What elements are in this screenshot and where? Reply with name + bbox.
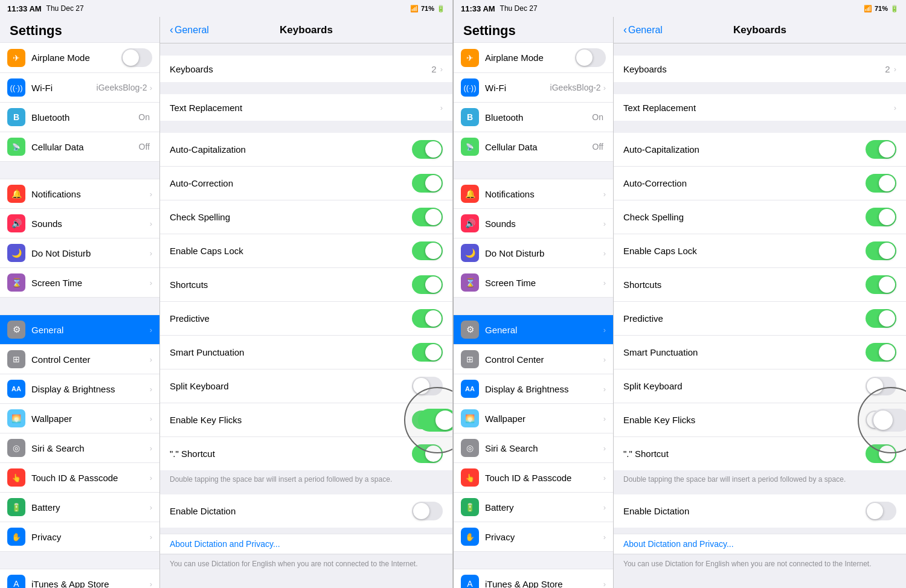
enable-dictation-row-1[interactable]: Enable Dictation: [160, 494, 452, 528]
auto-correct-toggle-2[interactable]: [866, 174, 896, 193]
shortcuts-toggle-1[interactable]: [412, 275, 443, 294]
smart-punct-toggle-2[interactable]: [866, 343, 896, 362]
predictive-toggle-1[interactable]: [412, 309, 443, 328]
text-replacement-row-2[interactable]: Text Replacement ›: [614, 94, 906, 121]
battery-chevron-2: ›: [603, 503, 606, 512]
check-spelling-toggle-1[interactable]: [412, 208, 443, 226]
key-flicks-toggle-1[interactable]: [412, 411, 443, 429]
airplane-toggle-2[interactable]: [575, 48, 606, 67]
dnd-icon-2: 🌙: [461, 244, 479, 262]
period-shortcut-row-2[interactable]: "." Shortcut: [614, 437, 906, 470]
sidebar-item-sounds-2[interactable]: 🔊 Sounds ›: [454, 209, 613, 238]
text-replacement-row-1[interactable]: Text Replacement ›: [160, 94, 452, 121]
auto-correct-row-2[interactable]: Auto-Correction: [614, 167, 906, 200]
sidebar-item-controlcenter-2[interactable]: ⊞ Control Center ›: [454, 345, 613, 374]
sidebar-item-wallpaper-2[interactable]: 🌅 Wallpaper ›: [454, 404, 613, 433]
detail-scroll-2[interactable]: Keyboards 2 › Text Replacement ›: [614, 43, 906, 588]
sidebar-item-cellular-2[interactable]: 📡 Cellular Data Off: [454, 132, 613, 162]
sidebar-item-itunes-2[interactable]: A iTunes & App Store ›: [454, 569, 613, 588]
sidebar-item-touchid-2[interactable]: 👆 Touch ID & Passcode ›: [454, 463, 613, 493]
shortcuts-row-2[interactable]: Shortcuts: [614, 268, 906, 302]
sidebar-item-display-2[interactable]: AA Display & Brightness ›: [454, 374, 613, 404]
wallpaper-icon-2: 🌅: [461, 409, 479, 427]
sidebar-item-wifi-1[interactable]: ((·)) Wi-Fi iGeeksBlog-2 ›: [0, 73, 159, 103]
text-replacement-label-2: Text Replacement: [623, 103, 894, 113]
sidebar-2: Settings ✈ Airplane Mode ((·)) Wi-Fi iGe…: [454, 17, 614, 588]
sidebar-item-airplane-1[interactable]: ✈ Airplane Mode: [0, 42, 159, 73]
airplane-toggle-1[interactable]: [121, 48, 152, 67]
sidebar-item-airplane-2[interactable]: ✈ Airplane Mode: [454, 42, 613, 73]
toggles-section-2: Auto-Capitalization Auto-Correction Chec…: [614, 133, 906, 488]
sidebar-item-siri-1[interactable]: ◎ Siri & Search ›: [0, 433, 159, 463]
shortcuts-toggle-2[interactable]: [866, 275, 896, 294]
check-spelling-toggle-2[interactable]: [866, 208, 896, 226]
caps-lock-toggle-2[interactable]: [866, 241, 896, 260]
auto-correct-toggle-1[interactable]: [412, 174, 443, 193]
period-shortcut-toggle-2[interactable]: [866, 444, 896, 463]
sidebar-item-notifications-2[interactable]: 🔔 Notifications ›: [454, 179, 613, 209]
dictation-link-1[interactable]: About Dictation and Privacy...: [160, 534, 452, 554]
split-keyboard-toggle-2[interactable]: [866, 377, 896, 395]
auto-cap-toggle-1[interactable]: [412, 140, 443, 159]
sidebar-item-bluetooth-2[interactable]: B Bluetooth On: [454, 103, 613, 132]
predictive-row-2[interactable]: Predictive: [614, 302, 906, 336]
keyboards-row-2[interactable]: Keyboards 2 ›: [614, 56, 906, 82]
smart-punct-toggle-1[interactable]: [412, 343, 443, 362]
sidebar-item-itunes-1[interactable]: A iTunes & App Store ›: [0, 569, 159, 588]
predictive-toggle-2[interactable]: [866, 309, 896, 328]
sidebar-item-dnd-2[interactable]: 🌙 Do Not Disturb ›: [454, 238, 613, 268]
caps-lock-row-2[interactable]: Enable Caps Lock: [614, 234, 906, 268]
keyboards-section-1: Keyboards 2 ›: [160, 56, 452, 82]
sidebar-item-dnd-1[interactable]: 🌙 Do Not Disturb ›: [0, 238, 159, 268]
sidebar-item-screentime-2[interactable]: ⌛ Screen Time ›: [454, 268, 613, 298]
sidebar-item-battery-1[interactable]: 🔋 Battery ›: [0, 493, 159, 522]
sidebar-item-notifications-1[interactable]: 🔔 Notifications ›: [0, 179, 159, 209]
sidebar-item-wifi-2[interactable]: ((·)) Wi-Fi iGeeksBlog-2 ›: [454, 73, 613, 103]
sidebar-item-general-1[interactable]: ⚙ General ›: [0, 315, 159, 345]
detail-back-2[interactable]: ‹ General: [623, 24, 663, 36]
auto-cap-row-1[interactable]: Auto-Capitalization: [160, 133, 452, 167]
sidebar-item-wallpaper-1[interactable]: 🌅 Wallpaper ›: [0, 404, 159, 433]
sidebar-item-screentime-1[interactable]: ⌛ Screen Time ›: [0, 268, 159, 298]
keyboards-row-1[interactable]: Keyboards 2 ›: [160, 56, 452, 82]
period-shortcut-row-1[interactable]: "." Shortcut: [160, 437, 452, 470]
shortcuts-row-1[interactable]: Shortcuts: [160, 268, 452, 302]
sidebar-item-cellular-1[interactable]: 📡 Cellular Data Off: [0, 132, 159, 162]
smart-punct-row-2[interactable]: Smart Punctuation: [614, 336, 906, 369]
auto-cap-toggle-2[interactable]: [866, 140, 896, 159]
split-keyboard-row-1[interactable]: Split Keyboard: [160, 369, 452, 403]
enable-dictation-row-2[interactable]: Enable Dictation: [614, 494, 906, 528]
split-keyboard-row-2[interactable]: Split Keyboard: [614, 369, 906, 403]
caps-lock-row-1[interactable]: Enable Caps Lock: [160, 234, 452, 268]
detail-back-1[interactable]: ‹ General: [170, 24, 209, 36]
check-spelling-row-2[interactable]: Check Spelling: [614, 200, 906, 234]
sidebar-item-privacy-2[interactable]: ✋ Privacy ›: [454, 522, 613, 552]
key-flicks-row-2[interactable]: Enable Key Flicks: [614, 403, 906, 437]
enable-dictation-toggle-1[interactable]: [412, 502, 443, 520]
sidebar-item-touchid-1[interactable]: 👆 Touch ID & Passcode ›: [0, 463, 159, 493]
sidebar-item-siri-2[interactable]: ◎ Siri & Search ›: [454, 433, 613, 463]
notifications-label-1: Notifications: [31, 189, 150, 199]
sidebar-item-battery-2[interactable]: 🔋 Battery ›: [454, 493, 613, 522]
sidebar-item-bluetooth-1[interactable]: B Bluetooth On: [0, 103, 159, 132]
sidebar-item-privacy-1[interactable]: ✋ Privacy ›: [0, 522, 159, 552]
detail-scroll-1[interactable]: Keyboards 2 › Text Replacement ›: [160, 43, 452, 588]
sidebar-item-display-1[interactable]: AA Display & Brightness ›: [0, 374, 159, 404]
check-spelling-row-1[interactable]: Check Spelling: [160, 200, 452, 234]
auto-cap-row-2[interactable]: Auto-Capitalization: [614, 133, 906, 167]
dictation-link-2[interactable]: About Dictation and Privacy...: [614, 534, 906, 554]
predictive-row-1[interactable]: Predictive: [160, 302, 452, 336]
caps-lock-toggle-1[interactable]: [412, 241, 443, 260]
enable-dictation-toggle-2[interactable]: [866, 502, 896, 520]
key-flicks-row-1[interactable]: Enable Key Flicks: [160, 403, 452, 437]
key-flicks-toggle-2[interactable]: [866, 411, 896, 429]
period-shortcut-toggle-1[interactable]: [412, 444, 443, 463]
smart-punct-label-2: Smart Punctuation: [623, 347, 866, 357]
sidebar-item-controlcenter-1[interactable]: ⊞ Control Center ›: [0, 345, 159, 374]
smart-punct-row-1[interactable]: Smart Punctuation: [160, 336, 452, 369]
split-keyboard-toggle-1[interactable]: [412, 377, 443, 395]
sidebar-item-sounds-1[interactable]: 🔊 Sounds ›: [0, 209, 159, 238]
time-2: 11:33 AM: [461, 4, 495, 13]
auto-correct-row-1[interactable]: Auto-Correction: [160, 167, 452, 200]
sidebar-item-general-2[interactable]: ⚙ General ›: [454, 315, 613, 345]
